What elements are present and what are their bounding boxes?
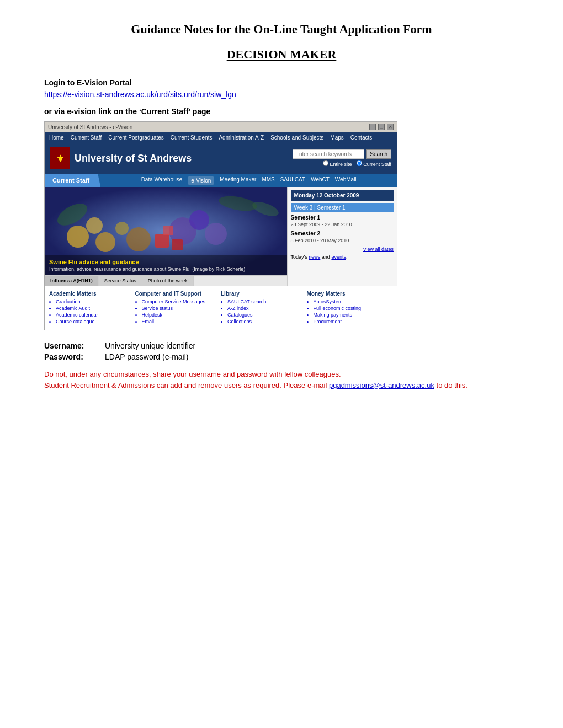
logo-area: ⚜ University of St Andrews [50,147,192,169]
nav-students[interactable]: Current Students [171,135,213,141]
login-url-link[interactable]: https://e-vision.st-andrews.ac.uk/urd/si… [44,90,236,99]
swine-flu-link[interactable]: Swine Flu advice and guidance [49,259,283,265]
university-header: ⚜ University of St Andrews Search Entire… [45,143,397,174]
money-links: AptosSystem Full economic costing Making… [307,299,393,324]
link-service-status[interactable]: Service status [142,306,221,311]
warning-section: Do not, under any circumstances, share y… [44,369,519,390]
news-link[interactable]: news [309,254,320,260]
tab-photo[interactable]: Photo of the week [142,276,194,286]
radio-current-staff[interactable]: Current Staff [357,160,391,167]
main-title: Guidance Notes for the On-Line Taught Ap… [44,22,519,36]
password-value: LDAP password (e-mail) [105,352,188,361]
svg-point-5 [126,227,151,251]
link-col-library: Library SAULCAT search A-Z index Catalog… [221,291,307,325]
toolbar-webmail[interactable]: WebMail [335,176,357,185]
link-aptos[interactable]: AptosSystem [314,299,393,304]
week-header: Week 3 | Semester 1 [291,203,394,212]
or-line: or via e-vision link on the ‘Current Sta… [44,107,519,116]
svg-point-7 [189,210,209,230]
top-nav: Home Current Staff Current Postgraduates… [45,132,397,143]
link-collections[interactable]: Collections [227,319,307,324]
link-full-economic[interactable]: Full economic costing [314,306,393,311]
semester1-label: Semester 1 [291,215,394,221]
search-row: Search [293,149,391,159]
link-graduation[interactable]: Graduation [56,299,135,304]
link-audit[interactable]: Academic Audit [56,306,135,311]
blue-toolbar: Current Staff Data Warehouse e-Vision Me… [45,174,397,187]
svg-rect-11 [163,226,173,235]
link-cs-messages[interactable]: Computer Service Messages [142,299,221,304]
nav-current-staff[interactable]: Current Staff [71,135,102,141]
semester1-dates: 28 Sept 2009 - 22 Jan 2010 [291,222,394,227]
radio-entire-site[interactable]: Entire site [323,160,352,167]
link-email[interactable]: Email [142,319,221,324]
link-az-index[interactable]: A-Z index [227,306,307,311]
date-header: Monday 12 October 2009 [291,190,394,201]
nav-admin[interactable]: Administration A-Z [219,135,264,141]
tab-influenza[interactable]: Influenza A(H1N1) [45,276,99,286]
nav-schools[interactable]: Schools and Subjects [270,135,323,141]
swine-flu-caption: Information, advice, reassurance and gui… [49,266,245,272]
link-payments[interactable]: Making payments [314,312,393,318]
svg-rect-9 [155,234,169,248]
nav-maps[interactable]: Maps [330,135,343,141]
toolbar-data-warehouse[interactable]: Data Warehouse [141,176,183,185]
events-link[interactable]: events [331,254,346,260]
svg-point-8 [205,223,227,245]
current-staff-tab[interactable]: Current Staff [45,174,100,187]
warning-line1: Do not, under any circumstances, share y… [44,370,341,378]
link-col-money: Money Matters AptosSystem Full economic … [307,291,393,325]
main-image-area: Swine Flu advice and guidance Informatio… [45,187,287,286]
svg-point-2 [86,217,103,234]
tab-service-status[interactable]: Service Status [99,276,142,286]
svg-point-4 [115,222,129,235]
minimize-icon: ─ [369,124,376,130]
nav-postgrads[interactable]: Current Postgraduates [108,135,164,141]
nav-home[interactable]: Home [49,135,64,141]
toolbar-evision[interactable]: e-Vision [188,176,214,185]
radio-options: Entire site Current Staff [323,160,391,167]
warning-line2: Student Recruitment & Admissions can add… [44,381,327,389]
svg-point-3 [95,232,115,252]
content-area: Swine Flu advice and guidance Informatio… [45,187,397,286]
uni-crest-icon: ⚜ [50,147,70,169]
toolbar-meeting-maker[interactable]: Meeting Maker [220,176,256,185]
nav-contacts[interactable]: Contacts [350,135,372,141]
warning-email-link[interactable]: pgadmissions@st-andrews.ac.uk [329,381,434,389]
maximize-icon: □ [378,124,385,130]
link-procurement[interactable]: Procurement [314,319,393,324]
academic-links: Graduation Academic Audit Academic calen… [49,299,135,324]
link-col-it: Computer and IT Support Computer Service… [135,291,221,325]
image-caption: Swine Flu advice and guidance Informatio… [45,255,287,275]
link-catalogue[interactable]: Course catalogue [56,319,135,324]
link-col-academic: Academic Matters Graduation Academic Aud… [49,291,135,325]
password-row: Password: LDAP password (e-mail) [44,352,519,361]
link-saulcat[interactable]: SAULCAT search [227,299,307,304]
links-grid: Academic Matters Graduation Academic Aud… [45,286,397,330]
login-label: Login to E-Vision Portal [44,78,519,87]
screenshot-embed: University of St Andrews - e-Vision ─ □ … [44,121,397,330]
library-heading: Library [221,291,307,297]
toolbar-saulcat[interactable]: SAULCAT [280,176,305,185]
toolbar-mms[interactable]: MMS [262,176,274,185]
username-row: Username: University unique identifier [44,341,519,350]
radio-current-label: Current Staff [363,162,391,167]
link-calendar[interactable]: Academic calendar [56,312,135,318]
semester1-section: Semester 1 28 Sept 2009 - 22 Jan 2010 [291,215,394,227]
academic-heading: Academic Matters [49,291,135,297]
it-heading: Computer and IT Support [135,291,221,297]
link-helpdesk[interactable]: Helpdesk [142,312,221,318]
toolbar-webct[interactable]: WebCT [311,176,330,185]
browser-url: University of St Andrews - e-Vision [48,124,132,130]
money-heading: Money Matters [307,291,393,297]
search-button[interactable]: Search [366,149,391,159]
search-input[interactable] [293,149,364,159]
password-label: Password: [44,352,94,361]
it-links: Computer Service Messages Service status… [135,299,221,324]
credentials-section: Username: University unique identifier P… [44,341,519,361]
radio-entire-label: Entire site [330,162,352,167]
search-area: Search Entire site Current Staff [293,149,391,167]
link-catalogues[interactable]: Catalogues [227,312,307,318]
toolbar-links: Data Warehouse e-Vision Meeting Maker MM… [100,174,397,187]
view-all-dates-link[interactable]: View all dates [291,247,394,252]
